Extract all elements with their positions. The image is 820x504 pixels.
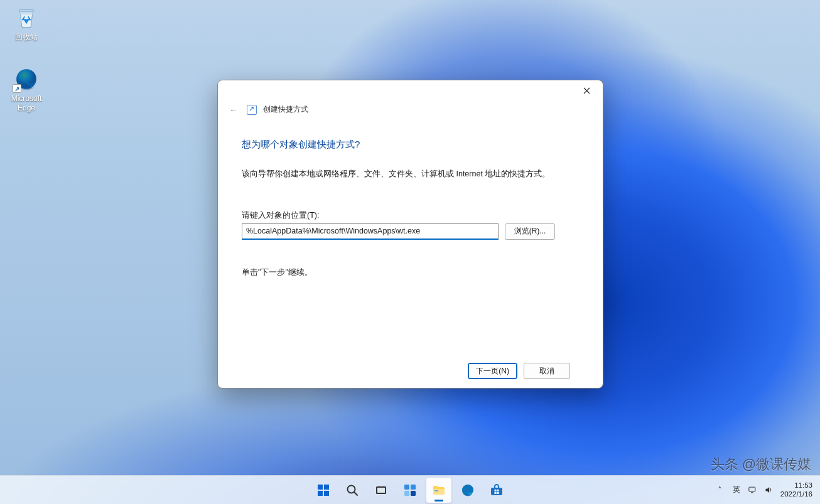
desktop-icon-recycle-bin[interactable]: 回收站 (4, 4, 49, 42)
close-icon (583, 87, 590, 94)
back-icon: ← (227, 105, 240, 115)
svg-rect-12 (404, 491, 409, 496)
dialog-breadcrumb: 创建快捷方式 (263, 104, 308, 115)
svg-rect-10 (404, 485, 409, 490)
next-button[interactable]: 下一页(N) (468, 363, 517, 379)
file-explorer-icon (431, 483, 446, 498)
close-button[interactable] (573, 81, 600, 100)
edge-icon (460, 483, 475, 498)
svg-rect-18 (497, 490, 499, 491)
shortcut-icon (247, 105, 257, 115)
widgets-button[interactable] (397, 478, 423, 503)
store-taskbar[interactable] (484, 478, 509, 503)
location-input[interactable] (242, 223, 499, 240)
ime-indicator[interactable]: 英 (731, 485, 742, 495)
svg-rect-15 (434, 490, 438, 491)
taskbar-center (311, 478, 509, 503)
dialog-titlebar (218, 80, 603, 100)
dialog-heading: 想为哪个对象创建快捷方式? (242, 139, 579, 151)
taskbar-clock[interactable]: 11:53 2022/1/16 (780, 481, 812, 498)
shortcut-overlay-icon: ↗ (13, 84, 21, 93)
volume-icon[interactable] (764, 485, 774, 495)
svg-rect-17 (495, 490, 497, 491)
search-icon (345, 483, 360, 498)
desktop-icon-label: 回收站 (15, 33, 38, 42)
store-icon (489, 483, 504, 498)
dialog-description: 该向导帮你创建本地或网络程序、文件、文件夹、计算机或 Internet 地址的快… (242, 168, 579, 180)
location-label: 请键入对象的位置(T): (242, 210, 579, 221)
svg-rect-22 (751, 492, 753, 493)
desktop-icon-edge[interactable]: ↗ Microsoft Edge (4, 65, 49, 113)
svg-rect-5 (324, 491, 329, 496)
svg-rect-3 (324, 485, 329, 490)
widgets-icon (402, 483, 418, 498)
task-view-button[interactable] (369, 478, 394, 503)
svg-rect-19 (495, 492, 497, 494)
edge-taskbar[interactable] (455, 478, 480, 503)
svg-point-6 (348, 485, 355, 493)
windows-logo-icon (316, 483, 331, 498)
cancel-button[interactable]: 取消 (524, 363, 570, 379)
recycle-bin-icon (13, 4, 40, 31)
system-tray: ˄ 英 11:53 2022/1/16 (711, 475, 816, 504)
file-explorer-taskbar[interactable] (426, 478, 451, 503)
svg-rect-20 (497, 492, 499, 494)
svg-line-7 (355, 492, 358, 495)
desktop: 回收站 ↗ Microsoft Edge ← 创建快捷方式 想为哪个对象创建快捷… (0, 0, 820, 504)
location-row: 浏览(R)... (242, 223, 579, 240)
desktop-icon-label: Microsoft Edge (11, 94, 42, 113)
dialog-header: ← 创建快捷方式 (218, 100, 603, 125)
network-icon[interactable] (748, 485, 758, 495)
task-view-icon (374, 483, 389, 498)
svg-rect-9 (377, 488, 385, 493)
svg-rect-4 (318, 491, 323, 496)
search-button[interactable] (340, 478, 365, 503)
start-button[interactable] (311, 478, 336, 503)
clock-time: 11:53 (780, 481, 812, 490)
tray-chevron-icon[interactable]: ˄ (715, 485, 725, 495)
watermark-text: 头条 @微课传媒 (711, 455, 811, 474)
svg-rect-2 (318, 485, 323, 490)
dialog-footer: 下一页(N) 取消 (242, 357, 579, 388)
continue-hint: 单击"下一步"继续。 (242, 267, 579, 278)
taskbar: ˄ 英 11:53 2022/1/16 (0, 475, 820, 504)
svg-rect-21 (749, 487, 755, 491)
svg-rect-14 (433, 489, 445, 495)
svg-rect-13 (411, 491, 416, 496)
browse-button[interactable]: 浏览(R)... (505, 223, 555, 240)
svg-rect-11 (411, 485, 416, 490)
create-shortcut-dialog: ← 创建快捷方式 想为哪个对象创建快捷方式? 该向导帮你创建本地或网络程序、文件… (217, 80, 603, 389)
clock-date: 2022/1/16 (780, 490, 812, 498)
svg-rect-0 (19, 10, 33, 12)
dialog-body: 想为哪个对象创建快捷方式? 该向导帮你创建本地或网络程序、文件、文件夹、计算机或… (218, 125, 603, 388)
